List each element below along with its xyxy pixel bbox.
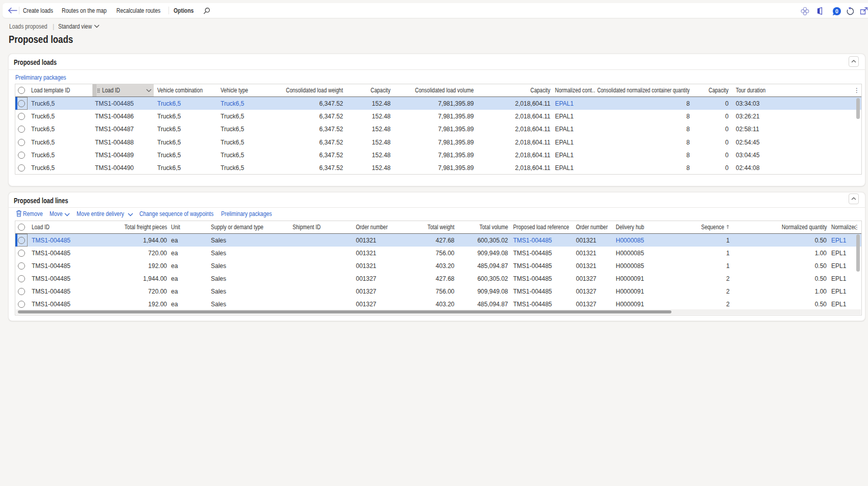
svg-text:0: 0 bbox=[835, 8, 838, 14]
